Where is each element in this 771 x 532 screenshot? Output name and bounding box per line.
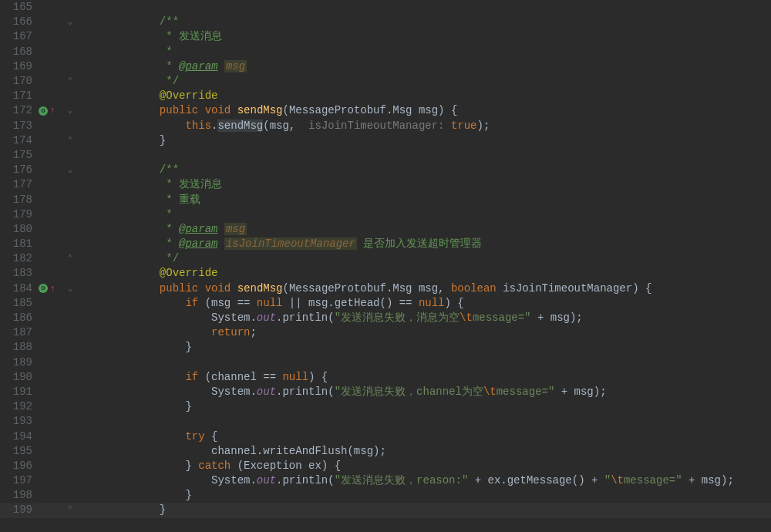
code-line[interactable]: 195 channel.writeAndFlush(msg); (0, 444, 771, 459)
code-content[interactable]: * 发送消息 (77, 29, 771, 44)
code-line[interactable]: 175 (0, 148, 771, 163)
code-line[interactable]: 199⌃ } (0, 503, 771, 517)
fold-close-icon[interactable]: ⌃ (68, 74, 73, 89)
code-content[interactable]: public void sendMsg(MessageProtobuf.Msg … (77, 103, 771, 118)
code-content[interactable]: } (77, 399, 771, 414)
code-content[interactable]: * @param msg (77, 222, 771, 237)
fold-gutter[interactable]: ⌃ (63, 133, 77, 148)
line-number: 185 (0, 296, 39, 311)
fold-gutter[interactable]: ⌃ (63, 503, 77, 517)
code-line[interactable]: 189 (0, 355, 771, 370)
code-line[interactable]: 187 return; (0, 325, 771, 340)
code-line[interactable]: 177 * 发送消息 (0, 177, 771, 192)
code-line[interactable]: 181 * @param isJoinTimeoutManager 是否加入发送… (0, 237, 771, 251)
code-line[interactable]: 185 if (msg == null || msg.getHead() == … (0, 296, 771, 311)
token-plain: + msg); (554, 386, 606, 398)
fold-gutter[interactable]: ⌄ (63, 163, 77, 177)
code-content[interactable]: return; (77, 325, 771, 340)
code-content[interactable]: @Override (77, 266, 771, 281)
code-content[interactable]: * @param msg (77, 59, 771, 74)
fold-open-icon[interactable]: ⌄ (68, 281, 73, 296)
fold-open-icon[interactable]: ⌄ (68, 103, 73, 118)
token-esc: \t (611, 474, 624, 487)
code-line[interactable]: 191 System.out.println("发送消息失败，channel为空… (0, 385, 771, 399)
implements-arrow-icon[interactable]: ↑ (50, 103, 56, 118)
code-content[interactable]: * 发送消息 (77, 177, 771, 192)
fold-gutter[interactable]: ⌄ (63, 281, 77, 296)
code-line[interactable]: 178 * 重载 (0, 192, 771, 207)
code-line[interactable]: 192 } (0, 399, 771, 414)
code-content[interactable]: /** (77, 15, 771, 29)
code-line[interactable]: 193 (0, 414, 771, 429)
line-number: 174 (0, 133, 39, 148)
token-plain (217, 223, 224, 235)
code-content[interactable]: System.out.println("发送消息失败，reason:" + ex… (77, 473, 771, 488)
code-content[interactable]: if (msg == null || msg.getHead() == null… (77, 296, 771, 311)
code-content[interactable]: * (77, 207, 771, 222)
line-number: 179 (0, 207, 39, 222)
override-marker-icon[interactable]: o (39, 284, 48, 293)
code-content[interactable]: /** (77, 163, 771, 177)
code-content[interactable]: */ (77, 74, 771, 89)
token-plain (217, 237, 224, 250)
code-content[interactable]: */ (77, 251, 771, 266)
token-plain: (MessageProtobuf.Msg msg, (282, 282, 450, 295)
fold-gutter[interactable]: ⌃ (63, 74, 77, 89)
fold-gutter[interactable]: ⌄ (63, 103, 77, 118)
code-content[interactable]: System.out.println("发送消息失败，消息为空\tmessage… (77, 311, 771, 325)
code-content[interactable]: if (channel == null) { (77, 370, 771, 385)
code-line[interactable]: 169 * @param msg (0, 59, 771, 74)
code-content[interactable]: channel.writeAndFlush(msg); (77, 444, 771, 459)
code-line[interactable]: 182⌃ */ (0, 251, 771, 266)
code-line[interactable]: 194 try { (0, 429, 771, 443)
code-content[interactable]: } (77, 503, 771, 517)
fold-gutter[interactable]: ⌃ (63, 251, 77, 266)
implements-arrow-icon[interactable]: ↑ (50, 281, 56, 296)
code-content[interactable]: } (77, 340, 771, 355)
code-line[interactable]: 168 * (0, 45, 771, 59)
token-kw: this (185, 120, 211, 132)
code-content[interactable]: * @param isJoinTimeoutManager 是否加入发送超时管理… (77, 237, 771, 251)
fold-open-icon[interactable]: ⌄ (68, 163, 73, 177)
code-line[interactable]: 173 this.sendMsg(msg, isJoinTimeoutManag… (0, 119, 771, 133)
code-line[interactable]: 170⌃ */ (0, 74, 771, 89)
code-content[interactable]: } catch (Exception ex) { (77, 459, 771, 473)
code-line[interactable]: 167 * 发送消息 (0, 29, 771, 44)
token-field: out (257, 311, 276, 324)
code-line[interactable]: 176⌄ /** (0, 163, 771, 177)
token-kw: void (205, 282, 231, 295)
code-content[interactable]: this.sendMsg(msg, isJoinTimeoutManager: … (77, 119, 771, 133)
line-number: 169 (0, 59, 39, 74)
fold-close-icon[interactable]: ⌃ (68, 251, 73, 266)
code-line[interactable]: 183 @Override (0, 266, 771, 281)
code-content[interactable]: } (77, 488, 771, 503)
code-line[interactable]: 196 } catch (Exception ex) { (0, 459, 771, 473)
code-line[interactable]: 172o↑⌄ public void sendMsg(MessageProtob… (0, 103, 771, 118)
fold-close-icon[interactable]: ⌃ (68, 503, 73, 517)
fold-close-icon[interactable]: ⌃ (68, 133, 73, 148)
code-line[interactable]: 179 * (0, 207, 771, 222)
code-content[interactable]: * (77, 45, 771, 59)
code-content[interactable]: @Override (77, 89, 771, 103)
code-line[interactable]: 198 } (0, 488, 771, 503)
code-line[interactable]: 171 @Override (0, 89, 771, 103)
code-content[interactable]: } (77, 133, 771, 148)
code-content[interactable]: System.out.println("发送消息失败，channel为空\tme… (77, 385, 771, 399)
code-line[interactable]: 165 (0, 0, 771, 15)
code-content[interactable]: public void sendMsg(MessageProtobuf.Msg … (77, 281, 771, 296)
code-line[interactable]: 188 } (0, 340, 771, 355)
code-line[interactable]: 197 System.out.println("发送消息失败，reason:" … (0, 473, 771, 488)
code-line[interactable]: 186 System.out.println("发送消息失败，消息为空\tmes… (0, 311, 771, 325)
code-content[interactable]: * 重载 (77, 193, 771, 207)
code-line[interactable]: 174⌃ } (0, 133, 771, 148)
code-line[interactable]: 184o↑⌄ public void sendMsg(MessageProtob… (0, 281, 771, 296)
code-line[interactable]: 180 * @param msg (0, 222, 771, 237)
fold-open-icon[interactable]: ⌄ (68, 15, 73, 29)
code-line[interactable]: 166⌄ /** (0, 15, 771, 29)
gutter-marks: o↑ (39, 103, 63, 118)
code-line[interactable]: 190 if (channel == null) { (0, 370, 771, 385)
fold-gutter[interactable]: ⌄ (63, 15, 77, 29)
code-editor[interactable]: 165166⌄ /**167 * 发送消息168 *169 * @param m… (0, 0, 771, 532)
code-content[interactable]: try { (77, 429, 771, 444)
override-marker-icon[interactable]: o (39, 106, 48, 116)
